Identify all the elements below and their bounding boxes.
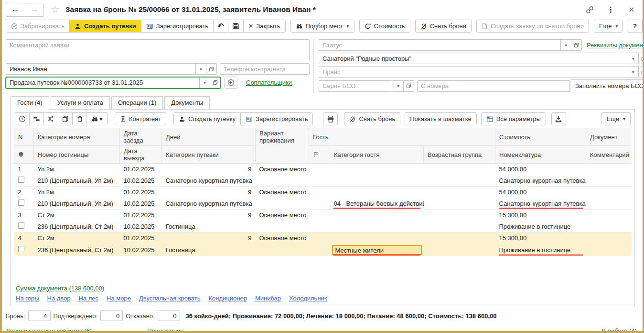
row-checkbox[interactable]	[18, 222, 24, 229]
counterparty-phone-input[interactable]	[220, 63, 310, 75]
feature-link-sea[interactable]: На море	[107, 295, 131, 302]
delete-icon[interactable]	[72, 112, 87, 125]
feature-link-mountains[interactable]: На горы	[16, 295, 39, 302]
more-menu-icon[interactable]: ⋮	[605, 4, 616, 15]
add-row-icon[interactable]	[15, 112, 30, 125]
chevron-down-icon[interactable]: ▾	[628, 53, 639, 64]
document-details-link[interactable]: Реквизиты документа	[587, 42, 644, 49]
feature-link-double-bed[interactable]: Двуспальная кровать	[139, 295, 201, 302]
col-header-voucher-category[interactable]: Категория путевки	[162, 146, 256, 164]
row-checkbox[interactable]	[18, 200, 24, 206]
table-row[interactable]: 236 (Центральный, Ст 2м) 10.02.2025 Гост…	[14, 221, 632, 233]
feature-link-yard[interactable]: На двор	[47, 295, 71, 302]
chevron-down-icon[interactable]: ▾	[393, 80, 404, 92]
chevron-down-icon[interactable]: ▾	[560, 39, 571, 51]
table-row[interactable]: 2 Уп 2м 01.02.2025 9 Основное место 54 0…	[14, 187, 632, 198]
col-header-stay-option[interactable]: Вариант проживания	[256, 128, 309, 164]
forward-button[interactable]: →	[25, 3, 43, 16]
table-row[interactable]: 210 (Центральный, Уп 2м) 10.02.2025 Сана…	[14, 198, 632, 210]
cost-button[interactable]: Стоимость	[359, 20, 410, 33]
col-header-checkin[interactable]: Дата заезда	[120, 128, 162, 146]
link-chain-icon[interactable]	[584, 4, 595, 15]
open-form-icon[interactable]	[638, 66, 644, 78]
col-header-checkout[interactable]: Дата выезда	[120, 146, 162, 164]
export-icon[interactable]	[551, 112, 566, 125]
favorite-star-icon[interactable]: ☆	[51, 4, 60, 15]
col-header-comment[interactable]: Комментарий	[586, 146, 632, 164]
search-binoculars-icon[interactable]: ▾	[86, 112, 107, 125]
row-checkbox[interactable]	[18, 177, 24, 183]
table-row[interactable]: 3 Ст 2м 01.02.2025 9 Основное место 15 3…	[14, 210, 632, 221]
table-row[interactable]: 1 Уп 2м 01.02.2025 9 Основное место 54 0…	[14, 164, 632, 175]
col-header-document[interactable]: Документ	[586, 128, 632, 146]
remove-bookings-button[interactable]: Снять брони	[415, 20, 472, 33]
row-checkbox[interactable]	[18, 246, 24, 252]
attachments-link[interactable]: Приложения	[147, 327, 183, 333]
resort-input[interactable]	[319, 53, 628, 64]
counterparty-button[interactable]: Контрагент	[115, 112, 166, 125]
register-row-button[interactable]: Зарегистрировать	[240, 112, 313, 125]
status-input[interactable]	[319, 39, 561, 51]
chevron-down-icon[interactable]: ▾	[628, 66, 639, 78]
tab-services-payment[interactable]: Услуги и оплата	[51, 96, 110, 109]
close-window-icon[interactable]: ✕	[626, 4, 637, 15]
copayers-link[interactable]: Соплательщики	[246, 79, 292, 86]
from-number-input[interactable]	[417, 80, 570, 92]
active-guest-category-cell[interactable]: Местные жители	[330, 244, 424, 256]
seat-selection-button[interactable]: Подбор мест ▾	[290, 20, 354, 33]
chevron-down-icon[interactable]: ▾	[195, 63, 206, 75]
col-header-cost[interactable]: Стоимость	[495, 128, 586, 146]
price-input[interactable]	[319, 66, 628, 78]
undo-button[interactable]: ↶	[213, 20, 228, 33]
additional-properties-link[interactable]: Дополнительные свойства (6)	[6, 327, 92, 333]
all-params-button[interactable]: Все параметры	[481, 112, 546, 125]
register-button[interactable]: Зарегистрировать	[141, 20, 214, 33]
more-button[interactable]: Еще ▾	[594, 20, 623, 33]
applicant-input[interactable]	[6, 63, 196, 75]
tab-guests[interactable]: Гости (4)	[11, 96, 49, 110]
feature-link-air-conditioner[interactable]: Кондиционер	[209, 295, 247, 302]
work-status-link[interactable]: В работе (4)	[601, 327, 637, 333]
fill-bso-numbers-button[interactable]: Заполнить номера БСО	[570, 79, 644, 92]
bso-series-input[interactable]	[319, 80, 393, 92]
tab-operations[interactable]: Операции (1)	[111, 96, 163, 109]
tab-documents[interactable]: Документы	[164, 96, 210, 109]
col-header-guest[interactable]: Гость	[309, 128, 495, 146]
col-header-room[interactable]: Номер гостиницы	[34, 146, 120, 164]
save-button[interactable]	[228, 20, 244, 33]
col-header-age-group[interactable]: Возрастная группа	[424, 146, 495, 164]
open-form-icon[interactable]	[638, 53, 644, 64]
close-button[interactable]: ✕ Закрыть	[243, 20, 286, 33]
create-from-removed-button[interactable]: Создать заявку по снятой брони	[476, 20, 589, 33]
book-button[interactable]: Забронировать	[6, 20, 70, 33]
show-in-grid-button[interactable]: Показать в шахматке	[405, 112, 476, 125]
go-back-circle-icon[interactable]	[225, 77, 237, 89]
col-header-days[interactable]: Дней	[162, 128, 256, 146]
table-row-selected[interactable]: 236 (Центральный, Ст 2м) 10.02.2025 Гост…	[14, 244, 632, 256]
col-header-n[interactable]: N	[14, 128, 34, 146]
request-comment-input[interactable]	[6, 39, 310, 61]
feature-link-forest[interactable]: На лес	[79, 295, 99, 302]
print-icon[interactable]	[323, 112, 338, 125]
open-form-icon[interactable]	[210, 77, 221, 89]
feature-link-minibar[interactable]: Минибар	[255, 295, 281, 302]
open-form-icon[interactable]	[403, 80, 414, 92]
open-form-icon[interactable]	[571, 39, 582, 51]
table-row[interactable]: 210 (Центральный, Уп 2м) 10.02.2025 Сана…	[14, 175, 632, 187]
help-button[interactable]: ?	[627, 20, 643, 33]
back-button[interactable]: ←	[6, 3, 25, 16]
chevron-down-icon[interactable]: ▾	[199, 77, 210, 89]
levels-icon[interactable]	[29, 112, 44, 125]
create-vouchers-button[interactable]: Создать путевки	[69, 20, 141, 33]
col-header-nomenclature[interactable]: Номенклатура	[495, 146, 586, 164]
shuffle-icon[interactable]	[43, 112, 58, 125]
open-form-icon[interactable]	[206, 63, 217, 75]
col-header-shield[interactable]	[14, 146, 34, 164]
declined-count-input[interactable]	[158, 311, 180, 321]
copy-icon[interactable]	[58, 112, 73, 125]
feature-link-fridge[interactable]: Холодильник	[289, 295, 327, 302]
remove-booking-button[interactable]: Снять бронь	[344, 112, 400, 125]
table-row-selected[interactable]: 4 Ст 2м 01.02.2025 9 Основное место 15 3…	[14, 233, 632, 244]
document-sum-link[interactable]: Сумма документа (138 600,00)	[16, 285, 104, 292]
create-voucher-button[interactable]: Создать путевку	[173, 112, 241, 125]
